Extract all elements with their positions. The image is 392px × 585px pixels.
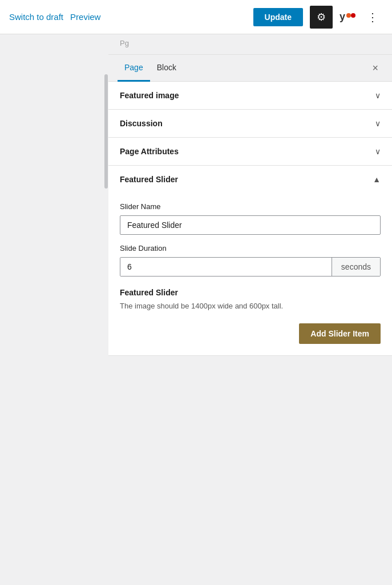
slide-duration-input[interactable] (120, 258, 332, 276)
partial-top-content: Pg (108, 34, 392, 55)
preview-button[interactable]: Preview (70, 10, 100, 24)
slide-duration-label: Slide Duration (120, 244, 381, 253)
chevron-down-icon: ∨ (375, 91, 381, 100)
accordion-featured-slider: Featured Slider ▲ Slider Name Slide Dura… (108, 166, 392, 356)
sidebar-area (0, 34, 108, 585)
content-area: Pg Page Block × Featured image ∨ Discuss… (108, 34, 392, 585)
more-options-button[interactable]: ⋮ (362, 8, 383, 26)
accordion-page-attributes: Page Attributes ∨ (108, 138, 392, 166)
accordion-discussion-header[interactable]: Discussion ∨ (108, 110, 392, 137)
tab-page-label: Page (124, 63, 143, 72)
more-icon: ⋮ (367, 11, 378, 23)
toolbar: Switch to draft Preview Update ⚙ y ⋮ (0, 0, 392, 34)
accordion-page-attributes-header[interactable]: Page Attributes ∨ (108, 138, 392, 165)
main-layout: Pg Page Block × Featured image ∨ Discuss… (0, 34, 392, 585)
chevron-down-icon: ∨ (375, 147, 381, 156)
duration-unit-label: seconds (332, 258, 380, 276)
featured-slider-title: Featured Slider (120, 175, 178, 184)
page-attributes-title: Page Attributes (120, 147, 179, 156)
yoast-dot-red (351, 13, 355, 18)
featured-image-title: Featured image (120, 91, 179, 100)
tab-page[interactable]: Page (118, 55, 150, 82)
slider-info-text: The image should be 1400px wide and 600p… (120, 300, 381, 312)
scrollbar-track (104, 51, 108, 568)
partial-top-text: Pg (120, 39, 129, 47)
gear-icon: ⚙ (317, 11, 326, 23)
tab-block[interactable]: Block (150, 55, 183, 82)
switch-to-draft-button[interactable]: Switch to draft (9, 10, 63, 24)
close-panel-button[interactable]: × (367, 58, 383, 79)
yoast-logo-letter: y (340, 11, 345, 23)
chevron-up-icon: ▲ (373, 175, 381, 184)
update-button[interactable]: Update (253, 8, 303, 26)
close-icon: × (372, 62, 378, 74)
yoast-plugin-button[interactable]: y (340, 11, 355, 23)
settings-button[interactable]: ⚙ (310, 6, 333, 29)
accordion-featured-image: Featured image ∨ (108, 82, 392, 110)
tab-block-label: Block (157, 63, 176, 72)
slider-name-label: Slider Name (120, 202, 381, 211)
chevron-down-icon: ∨ (375, 119, 381, 128)
slide-duration-wrapper: Slide Duration seconds (120, 244, 381, 277)
slider-info-title: Featured Slider (120, 288, 381, 297)
accordion-featured-slider-header[interactable]: Featured Slider ▲ (108, 166, 392, 193)
accordion-featured-image-header[interactable]: Featured image ∨ (108, 82, 392, 109)
scrollbar-thumb[interactable] (104, 74, 108, 189)
add-slider-item-button[interactable]: Add Slider Item (299, 323, 381, 344)
slider-name-input[interactable] (120, 215, 381, 235)
accordion-discussion: Discussion ∨ (108, 110, 392, 138)
tabs-header: Page Block × (108, 55, 392, 82)
featured-slider-content: Slider Name Slide Duration seconds Featu… (108, 193, 392, 355)
discussion-title: Discussion (120, 119, 163, 128)
duration-input-row: seconds (120, 257, 381, 277)
yoast-dot-orange (346, 13, 351, 18)
